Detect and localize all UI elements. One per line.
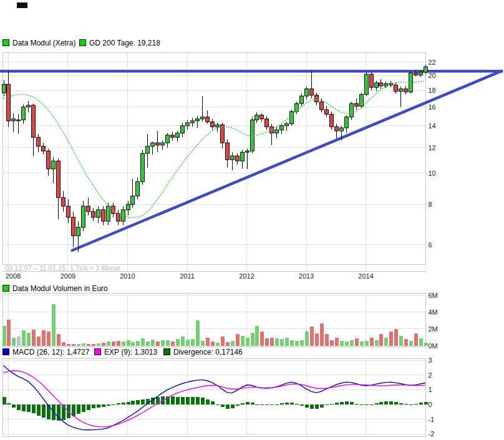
svg-text:6: 6 — [429, 241, 432, 249]
svg-text:10: 10 — [429, 170, 436, 177]
gd200-swatch — [79, 39, 86, 46]
svg-text:14: 14 — [429, 122, 436, 130]
chart-applet: Data Modul (Xetra) GD 200 Tage: 19,218 2… — [0, 0, 504, 440]
svg-text:2009: 2009 — [61, 272, 75, 279]
svg-text:22: 22 — [429, 59, 436, 66]
svg-text:2011: 2011 — [180, 272, 195, 279]
svg-text:20: 20 — [429, 72, 436, 79]
svg-text:-2: -2 — [429, 430, 435, 438]
gd200-label: GD 200 Tage: 19,218 — [89, 39, 160, 47]
svg-text:8: 8 — [429, 201, 432, 208]
svg-text:18: 18 — [429, 87, 436, 94]
top-left-artifact — [17, 2, 27, 8]
svg-text:12: 12 — [429, 144, 436, 151]
svg-text:4M: 4M — [429, 308, 438, 316]
svg-text:2012: 2012 — [239, 272, 254, 279]
svg-text:1: 1 — [429, 386, 432, 393]
svg-text:0: 0 — [429, 401, 432, 408]
price-series-swatch — [2, 39, 9, 46]
svg-text:3: 3 — [429, 356, 432, 364]
svg-text:16: 16 — [429, 103, 436, 111]
price-legend-item: Data Modul (Xetra) — [2, 39, 75, 47]
price-chart-canvas[interactable]: 222018161412108603.12.07 – 11.01.151 Tic… — [0, 52, 504, 279]
svg-text:2: 2 — [429, 371, 432, 379]
svg-text:2010: 2010 — [120, 272, 135, 279]
svg-text:6M: 6M — [429, 292, 438, 299]
gd200-legend-item: GD 200 Tage: 19,218 — [79, 39, 160, 47]
svg-text:2M: 2M — [429, 325, 438, 333]
svg-text:2013: 2013 — [299, 272, 314, 279]
volume-chart-canvas[interactable]: 6M4M2M0M — [0, 284, 504, 349]
svg-text:2008: 2008 — [6, 272, 21, 279]
macd-chart-canvas[interactable]: 3210-1-2 — [0, 347, 504, 440]
svg-text:2014: 2014 — [358, 272, 373, 279]
svg-text:1 Tick = 1 Monat: 1 Tick = 1 Monat — [70, 264, 120, 272]
svg-text:03.12.07 – 11.01.15: 03.12.07 – 11.01.15 — [5, 264, 65, 272]
price-series-label: Data Modul (Xetra) — [12, 39, 75, 47]
svg-text:-1: -1 — [429, 416, 435, 423]
